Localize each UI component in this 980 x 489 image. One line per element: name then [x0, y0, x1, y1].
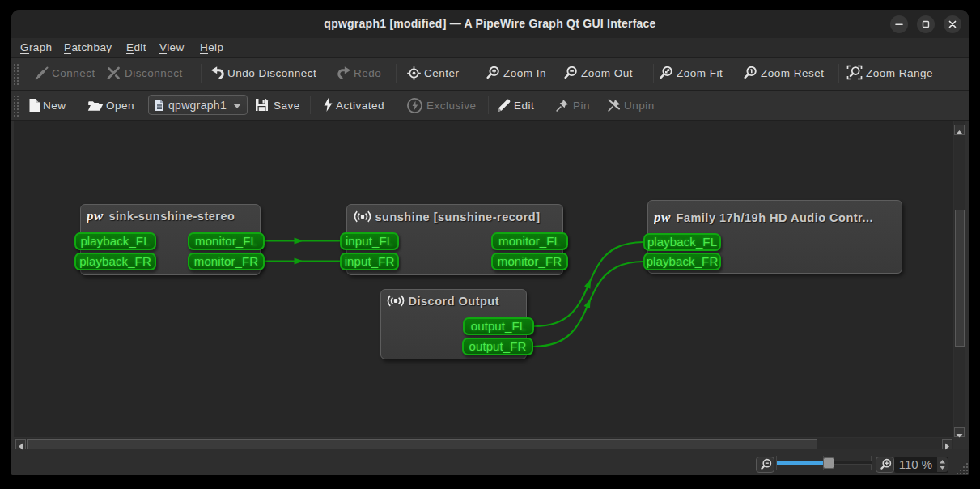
- svg-text:pw: pw: [87, 210, 104, 223]
- svg-text:pw: pw: [654, 211, 671, 224]
